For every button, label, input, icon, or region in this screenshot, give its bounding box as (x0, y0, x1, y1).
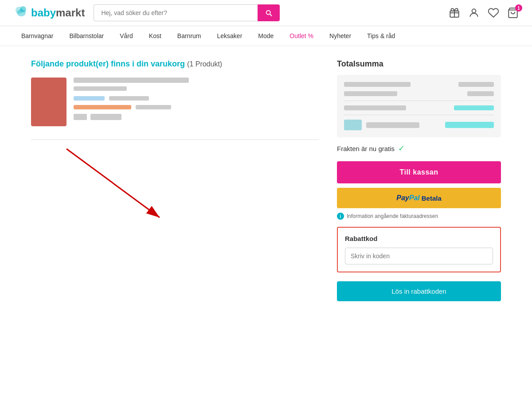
search-button[interactable] (258, 4, 280, 21)
nav-item-mode[interactable]: Mode (250, 26, 282, 46)
account-icon-button[interactable] (468, 7, 480, 19)
product-details (74, 78, 319, 120)
product-price-row (74, 105, 319, 109)
invoice-info-text: Information angående fakturaadressen (347, 213, 438, 219)
cart-wrapper: Följande produkt(er) finns i din varukor… (31, 59, 319, 301)
nav-item-nyheter[interactable]: Nyheter (321, 26, 359, 46)
wishlist-icon-button[interactable] (488, 7, 499, 19)
paypal-logo: PayPal (396, 194, 419, 202)
heart-icon (488, 7, 499, 19)
info-icon: i (337, 213, 344, 220)
nav-item-outlet[interactable]: Outlet % (282, 26, 321, 46)
invoice-info-row: i Information angående fakturaadressen (337, 213, 501, 220)
rabattkod-title: Rabattkod (345, 235, 493, 242)
cart-count: (1 Produkt) (187, 60, 222, 68)
nav-item-leksaker[interactable]: Leksaker (209, 26, 250, 46)
product-price-blur (74, 105, 131, 109)
summary-box (337, 75, 501, 137)
svg-line-7 (66, 149, 160, 217)
summary-value-1 (458, 82, 494, 87)
summary-divider (344, 101, 494, 101)
account-icon (468, 7, 480, 19)
logo[interactable]: babymarkt (13, 5, 85, 21)
annotation-arrow (31, 140, 208, 229)
summary-shipping-label (344, 105, 406, 110)
summary-total-icon (344, 120, 362, 130)
paypal-button[interactable]: PayPal Betala (337, 188, 501, 208)
product-image (31, 78, 66, 126)
free-shipping-notice: Frakten är nu gratis ✓ (337, 144, 501, 153)
search-icon (265, 9, 273, 17)
summary-row-shipping (344, 105, 494, 110)
cart-item (31, 78, 319, 140)
summary-label-1 (344, 82, 411, 87)
main-content: Följande produkt(er) finns i din varukor… (22, 46, 510, 315)
nav-item-tips[interactable]: Tips & råd (359, 26, 403, 46)
svg-point-2 (17, 9, 26, 16)
nav-item-barnvagnar[interactable]: Barnvagnar (13, 26, 61, 46)
cart-section: Följande produkt(er) finns i din varukor… (31, 59, 319, 140)
summary-section: Totalsumma (337, 59, 501, 301)
summary-label-2 (344, 91, 397, 96)
summary-row-2 (344, 91, 494, 96)
summary-title: Totalsumma (337, 59, 501, 69)
product-oldprice-blur (136, 105, 171, 109)
main-nav: Barnvagnar Bilbarnstolar Vård Kost Barnr… (0, 26, 532, 46)
summary-total-label (366, 122, 419, 128)
gift-icon (449, 7, 460, 19)
header-icons: 1 (449, 7, 519, 19)
nav-item-vard[interactable]: Vård (112, 26, 141, 46)
gift-icon-button[interactable] (449, 7, 460, 19)
product-color-blur (74, 96, 105, 101)
cart-badge: 1 (515, 4, 522, 12)
product-detail-row (74, 96, 319, 101)
summary-row-1 (344, 82, 494, 87)
rabattkod-box: Rabattkod (337, 227, 501, 272)
logo-baby-text: baby (31, 7, 56, 19)
search-form (94, 4, 280, 21)
header: babymarkt (0, 0, 532, 26)
summary-total-value (445, 122, 494, 128)
product-name-blur (74, 78, 189, 83)
redeem-button[interactable]: Lös in rabattkoden (337, 281, 501, 301)
free-shipping-text: Frakten är nu gratis (337, 145, 395, 152)
cart-icon-button[interactable]: 1 (507, 7, 519, 19)
qty-input-blur (74, 114, 87, 120)
nav-item-barnrum[interactable]: Barnrum (169, 26, 209, 46)
nav-item-bilbarnstolar[interactable]: Bilbarnstolar (61, 26, 112, 46)
summary-divider-2 (344, 115, 494, 115)
logo-markt-text: markt (56, 7, 85, 19)
rabattkod-input[interactable] (345, 248, 493, 264)
search-input[interactable] (94, 4, 258, 21)
annotation-arrow-area (31, 140, 319, 229)
product-subname-blur (74, 86, 127, 91)
summary-shipping-value (454, 105, 494, 110)
summary-value-2 (467, 91, 494, 96)
checkout-button[interactable]: Till kassan (337, 161, 501, 183)
qty-row (74, 114, 319, 120)
nav-item-kost[interactable]: Kost (141, 26, 169, 46)
paypal-label: Betala (422, 194, 442, 202)
svg-point-4 (472, 9, 476, 13)
summary-total-row (344, 120, 494, 130)
check-icon: ✓ (398, 144, 405, 153)
product-size-blur (109, 96, 149, 101)
qty-label-blur (90, 114, 121, 120)
cart-title: Följande produkt(er) finns i din varukor… (31, 59, 319, 69)
